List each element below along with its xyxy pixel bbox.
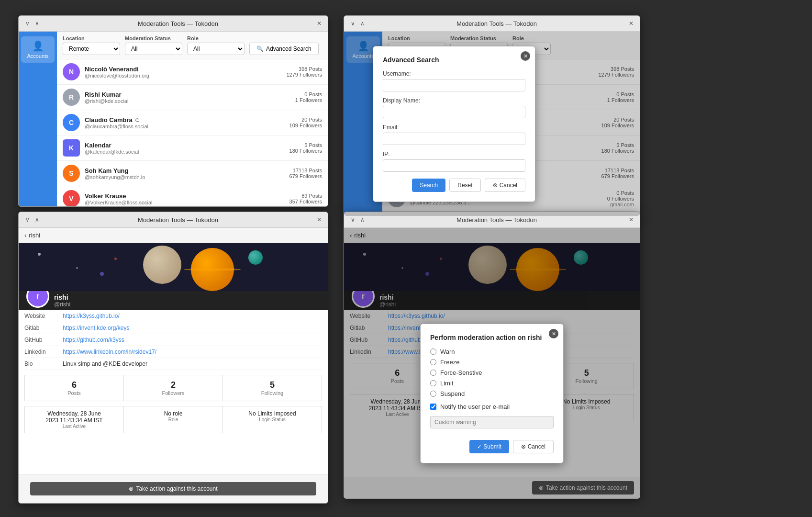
role-select[interactable]: All Admin Moderator User [187, 43, 245, 55]
window-controls-left: ∨ ∧ [349, 216, 366, 224]
gitlab-value[interactable]: https://invent.kde.org/keys [63, 325, 322, 331]
freeze-option[interactable]: Freeze [430, 359, 554, 366]
action-label: Take action against this account [136, 485, 217, 492]
account-stats: 20 Posts 109 Followers [289, 117, 322, 128]
account-row[interactable]: K Kalendar @kalendar@kde.social 5 Posts … [57, 135, 328, 161]
sidebar: 👤 Accounts [19, 32, 57, 206]
meta-grid: Wednesday, 28 June 2023 11:43:34 AM IST … [24, 406, 322, 433]
account-row[interactable]: S Soh Kam Yung @sohkamyung@mstdn.io 1711… [57, 161, 328, 186]
title-bar-bottom-left: ∨ ∧ Moderation Tools — Tokodon ✕ [19, 212, 328, 228]
website-row: Website https://k3yss.github.io/ [24, 310, 322, 322]
moderation-filter: Moderation Status All Active Silenced Su… [125, 35, 182, 55]
notify-checkbox-label[interactable]: Notify the user per e-mail [430, 403, 554, 410]
email-input[interactable] [383, 133, 525, 145]
last-active-label: Last Active [30, 424, 119, 429]
account-handle: @claucambra@floss.social [85, 124, 285, 129]
submit-icon: ✓ [477, 443, 482, 450]
maximize-btn[interactable]: ∧ [358, 216, 366, 224]
location-select[interactable]: Remote All Local [63, 43, 120, 55]
warn-radio[interactable] [430, 348, 436, 355]
account-handle: @sohkamyung@mstdn.io [85, 174, 285, 180]
window-accounts-list: ∨ ∧ Moderation Tools — Tokodon ✕ 👤 Accou… [18, 15, 328, 207]
modal-close-btn[interactable]: ✕ [521, 51, 530, 61]
maximize-btn[interactable]: ∧ [358, 20, 366, 27]
window-title: Moderation Tools — Tokodon [41, 216, 315, 224]
post-count: 17118 Posts [289, 168, 322, 173]
suspend-radio[interactable] [430, 391, 436, 397]
window-controls-right: ✕ [315, 216, 323, 224]
star-dot [100, 272, 104, 276]
display-name-label: Display Name: [383, 97, 525, 104]
account-row[interactable]: N Niccolò Venerandi @niccolove@fosstodon… [57, 59, 328, 85]
username-input[interactable] [383, 79, 525, 91]
close-btn[interactable]: ✕ [315, 20, 323, 27]
linkedin-value[interactable]: https://www.linkedin.com/in/rsidev17/ [63, 348, 322, 355]
username-label: Username: [383, 70, 525, 77]
freeze-radio[interactable] [430, 359, 436, 365]
advanced-search-btn[interactable]: 🔍 Advanced Search [249, 43, 319, 55]
moderation-select[interactable]: All Active Silenced Suspended [125, 43, 182, 55]
mod-modal-overlay: ✕ Perform moderation action on rishi War… [344, 228, 640, 498]
sidebar-accounts-btn[interactable]: 👤 Accounts [21, 36, 55, 63]
notify-checkbox[interactable] [430, 404, 436, 410]
close-btn[interactable]: ✕ [627, 216, 635, 224]
following-label: Following [228, 390, 317, 396]
bio-row: Bio Linux simp and @KDE developer [24, 358, 322, 370]
close-btn[interactable]: ✕ [627, 20, 635, 27]
stats-grid: 6 Posts 2 Followers 5 Following [24, 375, 322, 401]
close-btn[interactable]: ✕ [315, 216, 323, 224]
posts-stat: 6 Posts [25, 375, 123, 401]
location-filter: Location Remote All Local [63, 35, 120, 55]
maximize-btn[interactable]: ∧ [33, 216, 41, 224]
force-sensitive-option[interactable]: Force-Senstive [430, 369, 554, 376]
display-name-input[interactable] [383, 106, 525, 118]
window-title: Moderation Tools — Tokodon [366, 20, 627, 27]
back-link[interactable]: ‹ rishi [19, 228, 328, 243]
account-row[interactable]: V Volker Krause @VolkerKrause@floss.soci… [57, 186, 328, 206]
ip-input[interactable] [383, 159, 525, 172]
account-name: Volker Krause [85, 192, 285, 200]
minimize-btn[interactable]: ∨ [349, 216, 356, 224]
sidebar-accounts-label: Accounts [27, 53, 48, 59]
cancel-btn[interactable]: ⊗ Cancel [513, 440, 554, 453]
window-controls-left: ∨ ∧ [23, 20, 41, 27]
profile-banner [19, 243, 328, 291]
take-action-btn[interactable]: ⊗ Take action against this account [30, 482, 316, 495]
warn-option[interactable]: Warn [430, 348, 554, 355]
force-sensitive-radio[interactable] [430, 370, 436, 376]
login-status-cell: No Limits Imposed Login Status [223, 406, 322, 433]
bio-label: Bio [24, 360, 53, 367]
avatar: S [63, 165, 80, 182]
linkedin-label: Linkedin [24, 348, 53, 355]
modal-close-btn[interactable]: ✕ [549, 329, 558, 338]
avatar: R [63, 89, 80, 106]
mod-modal-title: Perform moderation action on rishi [430, 334, 554, 341]
github-value[interactable]: https://github.com/k3yss [63, 337, 322, 343]
cancel-btn[interactable]: ⊗ Cancel [485, 179, 525, 192]
account-handle: @kalendar@kde.social [85, 149, 285, 155]
profile-details-area: Website https://k3yss.github.io/ Gitlab … [19, 310, 328, 474]
account-row[interactable]: R Rishi Kumar @rishi@kde.social 0 Posts … [57, 85, 328, 110]
minimize-btn[interactable]: ∨ [349, 20, 356, 27]
reset-btn[interactable]: Reset [449, 179, 480, 192]
submit-btn[interactable]: ✓ Submit [469, 440, 509, 453]
account-row[interactable]: C Claudio Cambra ☺ @claucambra@floss.soc… [57, 110, 328, 135]
limit-radio[interactable] [430, 380, 436, 386]
advanced-search-label: Advanced Search [266, 45, 311, 52]
account-stats: 5 Posts 180 Followers [289, 142, 322, 154]
avatar: C [63, 114, 80, 131]
website-value[interactable]: https://k3yss.github.io/ [63, 313, 322, 319]
limit-option[interactable]: Limit [430, 380, 554, 387]
cancel-label: Cancel [528, 443, 545, 450]
suspend-option[interactable]: Suspend [430, 390, 554, 397]
account-info: Claudio Cambra ☺ @claucambra@floss.socia… [85, 116, 285, 129]
search-btn[interactable]: Search [412, 179, 445, 192]
minimize-btn[interactable]: ∨ [23, 216, 31, 224]
custom-warning-input[interactable] [430, 416, 554, 428]
maximize-btn[interactable]: ∧ [33, 20, 41, 27]
minimize-btn[interactable]: ∨ [23, 20, 31, 27]
star-dot [114, 258, 117, 260]
title-bar-top-left: ∨ ∧ Moderation Tools — Tokodon ✕ [19, 16, 328, 32]
back-label: rishi [29, 232, 40, 239]
action-icon: ⊗ [129, 485, 133, 492]
